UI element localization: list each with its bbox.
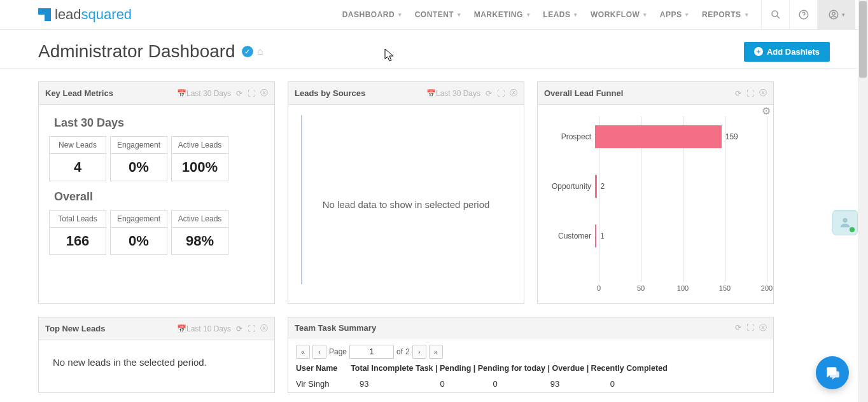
period-selector[interactable]: 📅 Last 10 Days xyxy=(177,324,231,333)
help-icon xyxy=(798,9,809,20)
close-icon[interactable]: ⓧ xyxy=(759,88,767,99)
svg-point-6 xyxy=(843,218,847,223)
expand-icon[interactable]: ⛶ xyxy=(248,324,255,333)
dashlet-team-task-summary: Team Task Summary ⟳ ⛶ ⓧ « ‹ Page of 2 › … xyxy=(288,317,774,393)
default-dashboard-icon[interactable]: ✓ xyxy=(242,46,253,57)
chat-icon xyxy=(824,364,841,381)
funnel-bar xyxy=(595,125,722,148)
dashlet-title: Top New Leads xyxy=(45,324,105,333)
svg-point-5 xyxy=(832,12,836,15)
presence-widget[interactable] xyxy=(832,210,858,235)
metric-label: Engagement xyxy=(111,137,167,154)
nav-content[interactable]: CONTENT▾ xyxy=(409,10,468,19)
dashlet-body: No new leads in the selected period. xyxy=(39,340,274,392)
x-tick: 150 xyxy=(719,284,731,292)
period-selector[interactable]: 📅 Last 30 Days xyxy=(426,89,480,98)
dashlet-title: Key Lead Metrics xyxy=(45,88,113,98)
period-selector[interactable]: 📅 Last 30 Days xyxy=(177,89,231,98)
svg-point-0 xyxy=(772,11,778,17)
task-row-user: Vir Singh xyxy=(296,379,360,389)
pager-next[interactable]: › xyxy=(412,345,426,359)
svg-point-3 xyxy=(803,17,804,17)
metric-value: 100% xyxy=(172,154,228,181)
dashlet-header: Overall Lead Funnel ⟳ ⛶ ⓧ xyxy=(538,82,773,105)
gear-icon[interactable]: ⚙ xyxy=(762,105,771,117)
dashlet-row-2: Top New Leads 📅 Last 10 Days ⟳ ⛶ ⓧ No ne… xyxy=(0,304,868,393)
refresh-icon[interactable]: ⟳ xyxy=(735,89,741,98)
chart-axis xyxy=(301,115,302,284)
chevron-down-icon: ▾ xyxy=(685,11,689,18)
main-nav: DASHBOARD▾ CONTENT▾ MARKETING▾ LEADS▾ WO… xyxy=(336,10,755,19)
funnel-category-label: Customer xyxy=(544,232,595,240)
metric-cell: Total Leads166 xyxy=(49,210,106,255)
funnel-row: Prospect159 xyxy=(544,123,767,151)
nav-workflow[interactable]: WORKFLOW▾ xyxy=(584,10,654,19)
refresh-icon[interactable]: ⟳ xyxy=(486,89,492,98)
funnel-value-label: 1 xyxy=(600,232,605,240)
pager-page-label: Page xyxy=(329,347,347,356)
help-button[interactable] xyxy=(789,0,817,30)
dashlet-header: Top New Leads 📅 Last 10 Days ⟳ ⛶ ⓧ xyxy=(39,317,274,340)
nav-dashboard[interactable]: DASHBOARD▾ xyxy=(336,10,409,19)
funnel-value-label: 2 xyxy=(601,182,605,191)
funnel-category-label: Opportunity xyxy=(544,182,595,191)
user-icon xyxy=(838,216,852,230)
metric-cell: Active Leads100% xyxy=(171,136,228,181)
expand-icon[interactable]: ⛶ xyxy=(497,89,505,98)
nav-leads[interactable]: LEADS▾ xyxy=(536,10,584,19)
nav-apps[interactable]: APPS▾ xyxy=(654,10,696,19)
user-icon xyxy=(828,9,839,20)
dashlet-key-lead-metrics: Key Lead Metrics 📅 Last 30 Days ⟳ ⛶ ⓧ La… xyxy=(38,81,275,304)
logo-text-lead: lead xyxy=(55,6,81,22)
dashlet-header: Leads by Sources 📅 Last 30 Days ⟳ ⛶ ⓧ xyxy=(288,82,524,105)
home-icon[interactable]: ⌂ xyxy=(257,46,263,57)
profile-menu[interactable]: ▾ xyxy=(817,0,855,30)
close-icon[interactable]: ⓧ xyxy=(759,322,767,333)
pager-prev[interactable]: ‹ xyxy=(312,345,326,359)
logo[interactable]: leadsquared xyxy=(38,6,132,23)
chevron-down-icon: ▾ xyxy=(574,11,578,18)
task-table-header: User Name Total Incomplete Task | Pendin… xyxy=(296,364,766,373)
add-dashlets-button[interactable]: + Add Dashlets xyxy=(744,42,830,62)
period-label: Last 30 Days xyxy=(186,89,231,98)
nav-marketing[interactable]: MARKETING▾ xyxy=(468,10,537,19)
metric-value: 0% xyxy=(111,228,167,254)
metric-row: New Leads4 Engagement0% Active Leads100% xyxy=(49,136,264,181)
dashlet-toolbar: 📅 Last 30 Days ⟳ ⛶ ⓧ xyxy=(426,88,517,99)
metric-value: 98% xyxy=(172,228,228,254)
x-tick: 50 xyxy=(637,284,645,292)
refresh-icon[interactable]: ⟳ xyxy=(735,323,741,332)
pager-last[interactable]: » xyxy=(429,345,443,359)
dashlet-overall-lead-funnel: Overall Lead Funnel ⟳ ⛶ ⓧ ⚙ 050100150200… xyxy=(537,81,774,304)
nav-label: CONTENT xyxy=(415,10,454,19)
task-table-row: Vir Singh 93 0 0 93 0 xyxy=(296,379,766,389)
expand-icon[interactable]: ⛶ xyxy=(248,89,255,98)
funnel-value-label: 159 xyxy=(725,132,738,141)
metric-label: Active Leads xyxy=(172,137,228,154)
pager-first[interactable]: « xyxy=(296,345,310,359)
empty-message: No lead data to show in selected period xyxy=(323,199,490,210)
chat-fab[interactable] xyxy=(816,356,849,389)
dashlet-toolbar: 📅 Last 10 Days ⟳ ⛶ ⓧ xyxy=(177,323,268,334)
page-scrollbar[interactable] xyxy=(858,0,868,402)
refresh-icon[interactable]: ⟳ xyxy=(236,324,242,333)
dashlet-title: Overall Lead Funnel xyxy=(544,88,623,98)
close-icon[interactable]: ⓧ xyxy=(260,323,268,334)
expand-icon[interactable]: ⛶ xyxy=(746,89,754,98)
pager-page-input[interactable] xyxy=(349,345,394,359)
scrollbar-thumb[interactable] xyxy=(859,1,867,78)
pager-total: 2 xyxy=(405,347,410,356)
chevron-down-icon: ▾ xyxy=(398,11,402,18)
funnel-row: Customer1 xyxy=(544,222,767,250)
search-button[interactable] xyxy=(761,0,789,30)
close-icon[interactable]: ⓧ xyxy=(510,88,517,99)
x-tick: 100 xyxy=(677,284,689,292)
funnel-bar xyxy=(595,225,596,247)
x-tick: 200 xyxy=(761,284,773,292)
dashlet-title: Team Task Summary xyxy=(295,323,376,333)
page-title: Administrator Dashboard xyxy=(38,41,235,62)
refresh-icon[interactable]: ⟳ xyxy=(236,89,242,98)
expand-icon[interactable]: ⛶ xyxy=(746,323,754,332)
nav-reports[interactable]: REPORTS▾ xyxy=(696,10,755,19)
close-icon[interactable]: ⓧ xyxy=(260,88,268,99)
